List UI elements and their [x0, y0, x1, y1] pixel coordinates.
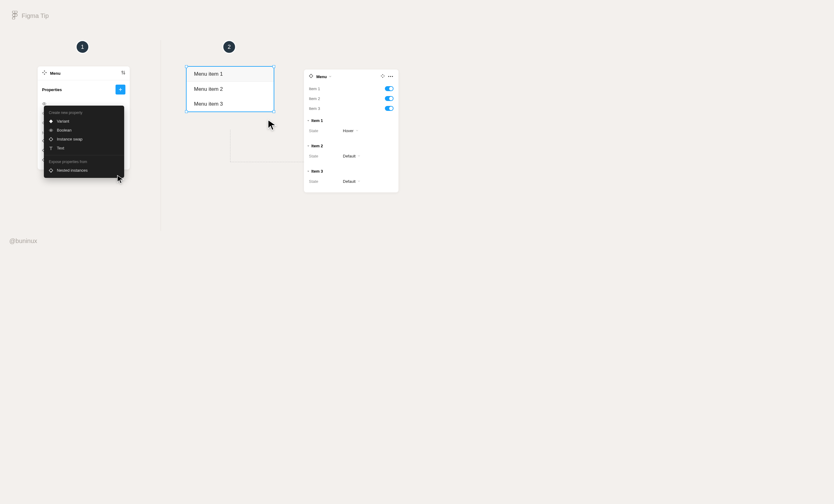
- panel-title: Menu: [50, 71, 118, 76]
- properties-label: Properties: [42, 87, 62, 92]
- component-icon: [42, 70, 47, 76]
- toggle-switch[interactable]: [385, 96, 394, 101]
- state-value: Hover: [343, 129, 354, 133]
- header-title: Figma Tip: [22, 12, 49, 19]
- chevron-down-icon: [357, 154, 360, 158]
- toggle-switch[interactable]: [385, 106, 394, 111]
- connector-line: [230, 130, 231, 162]
- state-value: Default: [343, 179, 355, 184]
- svg-point-6: [51, 130, 51, 131]
- cursor-icon: [117, 175, 125, 185]
- chevron-down-icon: [357, 179, 360, 184]
- group-header[interactable]: Item 3: [304, 167, 398, 176]
- dropdown-section-title: Create new property: [44, 109, 124, 117]
- group-name: Item 2: [311, 144, 323, 148]
- chevron-down-icon: [355, 129, 359, 133]
- nested-item-group: Item 2 State Default: [304, 139, 398, 164]
- menu-item-row[interactable]: Menu item 3: [186, 97, 274, 111]
- menu-item-instance-swap[interactable]: Instance swap: [44, 135, 124, 144]
- nested-item-group: Item 3 State Default: [304, 164, 398, 189]
- svg-point-0: [15, 14, 17, 16]
- toggle-row: Item 2: [304, 93, 398, 104]
- panel-header: Menu: [38, 66, 130, 80]
- menu-item-row[interactable]: Menu item 2: [186, 82, 274, 97]
- footer-handle: @buninux: [9, 238, 37, 245]
- toggle-label: Item 3: [309, 106, 320, 111]
- menu-item-label: Instance swap: [57, 137, 83, 141]
- state-value: Default: [343, 154, 355, 158]
- state-dropdown[interactable]: Hover: [343, 129, 359, 133]
- instance-name[interactable]: Menu: [316, 74, 327, 79]
- chevron-down-icon[interactable]: [329, 74, 332, 79]
- properties-panel: Menu Properties x Ne Item 3: [38, 66, 130, 170]
- menu-item-label: Variant: [57, 119, 69, 124]
- add-property-button[interactable]: [115, 85, 126, 94]
- menu-item-row[interactable]: Menu item 1: [186, 67, 274, 82]
- toggle-row: Item 1: [304, 84, 398, 93]
- toggle-row: Item 3: [304, 104, 398, 113]
- instance-inspector-panel: Menu ··· Item 1 Item 2 Item 3 Item 1 Sta…: [304, 69, 398, 192]
- adjustments-icon[interactable]: [121, 70, 126, 76]
- expand-icon: [307, 144, 309, 148]
- state-label: State: [309, 154, 343, 158]
- state-row: State Default: [304, 176, 398, 187]
- more-icon[interactable]: ···: [388, 75, 394, 78]
- figma-logo-icon: [12, 11, 18, 21]
- menu-item-label: Nested instances: [57, 168, 88, 173]
- component-set-icon[interactable]: [380, 74, 385, 79]
- step-badge-2: 2: [222, 40, 236, 54]
- create-property-menu: Create new property Variant Boolean Inst…: [44, 106, 124, 178]
- svg-point-1: [122, 71, 123, 72]
- menu-item-boolean[interactable]: Boolean: [44, 126, 124, 135]
- menu-divider: [44, 155, 124, 155]
- step-badge-1: 1: [76, 40, 89, 54]
- selection-handle[interactable]: [185, 65, 188, 68]
- menu-item-variant[interactable]: Variant: [44, 117, 124, 126]
- menu-item-text[interactable]: Text: [44, 144, 124, 153]
- selection-handle[interactable]: [272, 65, 275, 68]
- properties-section-header: Properties: [38, 80, 130, 96]
- menu-item-label: Text: [57, 146, 64, 150]
- nested-item-group: Item 1 State Hover: [304, 113, 398, 139]
- header: Figma Tip: [12, 11, 49, 21]
- toggle-label: Item 2: [309, 96, 320, 101]
- svg-point-2: [124, 73, 125, 74]
- selection-handle[interactable]: [272, 110, 275, 113]
- state-label: State: [309, 179, 343, 184]
- group-header[interactable]: Item 1: [304, 116, 398, 125]
- menu-item-nested-instances[interactable]: Nested instances: [44, 166, 124, 175]
- group-header[interactable]: Item 2: [304, 141, 398, 151]
- selected-menu-component[interactable]: Menu item 1 Menu item 2 Menu item 3: [186, 66, 274, 112]
- cursor-icon: [267, 119, 278, 132]
- svg-point-3: [44, 104, 45, 104]
- dropdown-section-title: Expose properties from: [44, 158, 124, 166]
- toggle-label: Item 1: [309, 86, 320, 91]
- connector-line: [230, 162, 304, 162]
- selection-handle[interactable]: [185, 110, 188, 113]
- menu-item-label: Boolean: [57, 128, 72, 132]
- group-name: Item 1: [311, 118, 323, 123]
- instance-header: Menu ···: [304, 69, 398, 84]
- state-row: State Default: [304, 151, 398, 161]
- instance-icon: [309, 74, 313, 79]
- group-name: Item 3: [311, 169, 323, 174]
- expand-icon: [307, 118, 309, 123]
- toggle-switch[interactable]: [385, 86, 394, 91]
- state-label: State: [309, 129, 343, 133]
- state-dropdown[interactable]: Default: [343, 179, 360, 184]
- state-dropdown[interactable]: Default: [343, 154, 360, 158]
- expand-icon: [307, 169, 309, 174]
- state-row: State Hover: [304, 125, 398, 136]
